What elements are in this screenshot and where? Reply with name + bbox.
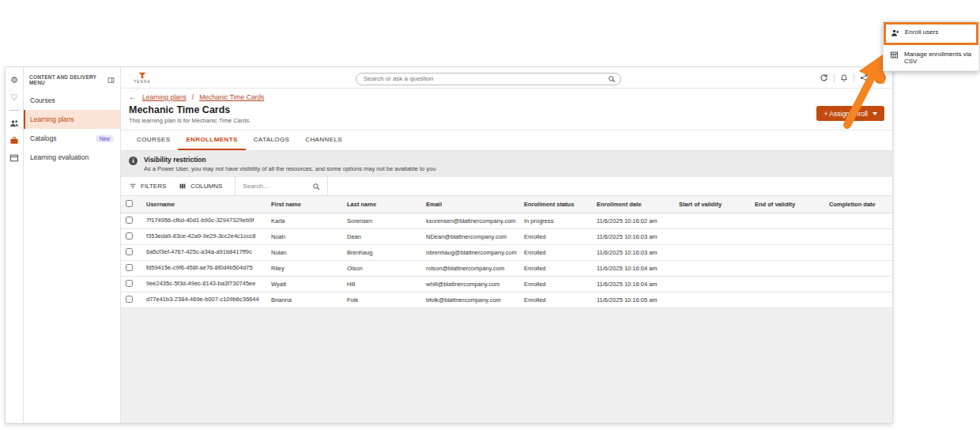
tab-channels[interactable]: CHANNELS	[297, 130, 350, 150]
columns-button[interactable]: COLUMNS	[179, 183, 222, 190]
cell-completion-date	[824, 229, 892, 245]
sidebar-item-catalogs[interactable]: CatalogsNew	[24, 129, 120, 148]
breadcrumb-link-learning-plans[interactable]: Learning plans	[142, 93, 187, 101]
page-title: Mechanic Time Cards	[129, 104, 251, 115]
user-avatar[interactable]	[874, 72, 886, 84]
tenna-logo-text: TENNA	[134, 80, 150, 84]
cell-enrollment-date: 11/6/2025 10:16:02 am	[592, 213, 674, 229]
column-header-first-name[interactable]: First name	[266, 196, 342, 213]
cell-end-of-validity	[750, 213, 824, 229]
column-header-username[interactable]: Username	[141, 196, 266, 213]
topbar: TENNA	[121, 67, 892, 89]
back-arrow-icon[interactable]: ←	[129, 93, 137, 101]
notifications-bell-icon[interactable]	[840, 74, 848, 82]
cell-enrollment-date: 11/6/2025 10:16:03 am	[592, 229, 674, 245]
cell-username: 9ee2435c-5f3d-49ec-8143-ba3f730745ee	[141, 277, 266, 292]
cell-start-of-validity	[674, 229, 750, 245]
assign-enroll-menu: Enroll users Manage enrollments via CSV	[883, 21, 979, 71]
cell-enrollment-date: 11/6/2025 10:16:04 am	[592, 261, 674, 277]
row-checkbox[interactable]	[126, 248, 133, 255]
search-icon[interactable]	[608, 72, 616, 86]
sidebar-title: CONTENT AND DELIVERY MENU	[29, 74, 107, 85]
cell-username: d77e41b3-2384-469e-b007-c109b6c36644	[141, 292, 266, 308]
menu-item-manage-enrollments-csv[interactable]: Manage enrollments via CSV	[884, 45, 978, 70]
select-all-checkbox[interactable]	[126, 200, 133, 207]
new-badge: New	[96, 135, 114, 142]
cell-username: 6a5cf3ef-4767-425c-a34a-a91b8417ff9c	[141, 245, 266, 261]
cell-enrollment-date: 11/6/2025 10:16:04 am	[592, 277, 674, 292]
column-header-email[interactable]: Email	[421, 196, 519, 213]
table-row[interactable]: 6a5cf3ef-4767-425c-a34a-a91b8417ff9cNola…	[121, 245, 892, 261]
column-header-enrollment-date[interactable]: Enrollment date	[592, 196, 674, 213]
topbar-icons	[820, 72, 886, 84]
sidebar-item-label: Catalogs	[30, 134, 57, 142]
sidebar-item-label: Courses	[30, 96, 55, 104]
table-header-row-tr: UsernameFirst nameLast nameEmailEnrollme…	[121, 196, 892, 213]
global-search-input[interactable]	[356, 73, 621, 85]
cell-enrollment-status: In progress	[519, 213, 592, 229]
menu-item-label: Manage enrollments via CSV	[904, 51, 972, 65]
table-row[interactable]: fd59415e-c9f6-458f-ae76-8f0d4b504d75Rile…	[121, 261, 892, 277]
cell-email: whill@blattnercompany.com	[421, 277, 519, 292]
table-row[interactable]: 9ee2435c-5f3d-49ec-8143-ba3f730745eeWyat…	[121, 277, 892, 292]
users-icon[interactable]	[9, 118, 20, 128]
table-row[interactable]: f353eda9-83ce-42a9-9e29-3cc2e4c1ccc8Noah…	[121, 229, 892, 245]
favorites-icon[interactable]: ♡	[9, 92, 20, 103]
cell-start-of-validity	[674, 245, 750, 261]
settings-icon[interactable]: ⚙	[9, 75, 20, 85]
row-checkbox[interactable]	[126, 217, 133, 224]
reports-icon[interactable]	[9, 153, 20, 163]
content-icon[interactable]	[9, 135, 20, 145]
topbar-separator	[854, 74, 854, 82]
column-header-last-name[interactable]: Last name	[342, 196, 421, 213]
row-checkbox[interactable]	[126, 264, 133, 271]
sidebar-item-learning-evaluation[interactable]: Learning evaluation	[24, 148, 120, 167]
cell-last-name: Olson	[342, 261, 421, 277]
menu-item-enroll-users[interactable]: Enroll users	[884, 22, 978, 45]
assign-enroll-button[interactable]: + Assign/enroll	[816, 106, 884, 121]
sidebar-item-label: Learning plans	[30, 115, 74, 123]
collapse-panel-icon[interactable]	[107, 77, 115, 84]
tab-courses[interactable]: COURSES	[129, 130, 178, 150]
rail-divider	[9, 110, 20, 111]
cell-email: bfolk@blattnercompany.com	[421, 292, 519, 308]
cell-enrollment-status: Enrolled	[519, 292, 592, 308]
visibility-restriction-banner: i Visibility restriction As a Power User…	[121, 151, 892, 177]
cell-first-name: Noah	[266, 229, 342, 245]
search-icon[interactable]	[312, 183, 320, 190]
app-window: ⚙ ♡ CONTENT AND DELIVERY MENU CoursesLea…	[5, 66, 893, 424]
cell-last-name: Sorensen	[342, 213, 421, 229]
sidebar-item-learning-plans[interactable]: Learning plans	[24, 110, 120, 129]
table-row[interactable]: 7f174956-cfbd-40d1-b90c-32947329eb9fKarl…	[121, 213, 892, 229]
column-header-start-of-validity[interactable]: Start of validity	[674, 196, 750, 213]
column-header-completion-date[interactable]: Completion date	[824, 196, 892, 213]
table-toolbar: FILTERS COLUMNS	[121, 177, 892, 196]
filter-icon	[129, 183, 137, 190]
row-checkbox[interactable]	[126, 232, 133, 240]
cell-end-of-validity	[750, 245, 824, 261]
tab-enrollments[interactable]: ENROLLMENTS	[178, 130, 245, 150]
table-search-input[interactable]	[243, 183, 292, 190]
row-checkbox-cell	[121, 213, 141, 229]
cell-last-name: Hill	[342, 277, 421, 292]
cell-enrollment-date: 11/6/2025 10:16:05 am	[592, 292, 674, 308]
breadcrumb-link-mechanic-time-cards[interactable]: Mechanic Time Cards	[199, 93, 264, 101]
column-header-end-of-validity[interactable]: End of validity	[750, 196, 824, 213]
breadcrumb-separator: /	[192, 93, 194, 101]
share-network-icon[interactable]	[860, 74, 869, 82]
row-checkbox-cell	[121, 292, 141, 308]
screenshot-canvas: ⚙ ♡ CONTENT AND DELIVERY MENU CoursesLea…	[0, 0, 980, 430]
filters-button[interactable]: FILTERS	[129, 183, 166, 190]
tenna-logo[interactable]: TENNA	[127, 72, 157, 84]
enrollment-table-body: 7f174956-cfbd-40d1-b90c-32947329eb9fKarl…	[121, 213, 892, 308]
tab-catalogs[interactable]: CATALOGS	[246, 130, 298, 150]
table-row[interactable]: d77e41b3-2384-469e-b007-c109b6c36644Bria…	[121, 292, 892, 308]
sidebar-item-courses[interactable]: Courses	[24, 91, 120, 110]
sidebar-items: CoursesLearning plansCatalogsNewLearning…	[24, 91, 120, 167]
cell-email: nbrenhaug@blattnercompany.com	[421, 245, 519, 261]
row-checkbox[interactable]	[126, 296, 133, 303]
column-header-enrollment-status[interactable]: Enrollment status	[519, 196, 592, 213]
refresh-icon[interactable]	[820, 74, 828, 82]
cell-last-name: Dean	[342, 229, 421, 245]
row-checkbox[interactable]	[126, 280, 133, 287]
